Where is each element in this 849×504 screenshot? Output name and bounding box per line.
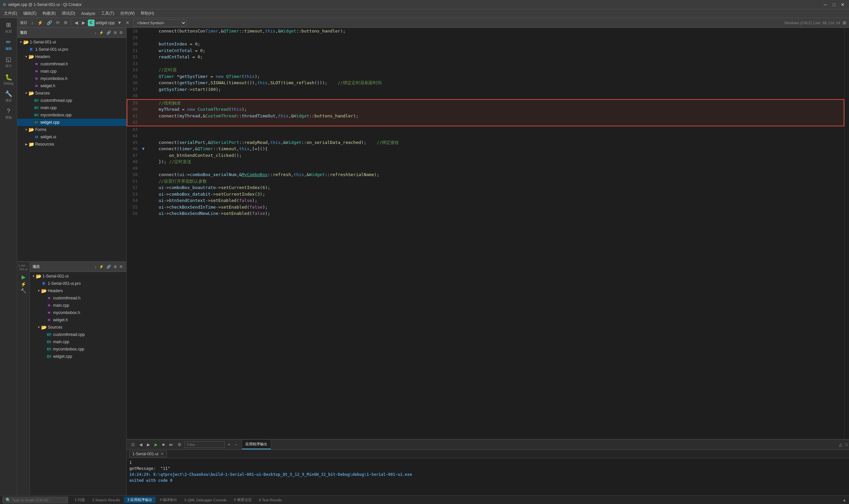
panel-expand-btn[interactable]: ⊞ — [113, 30, 118, 35]
menu-tools[interactable]: 工具(T) — [98, 10, 117, 17]
scroll-right-button[interactable]: ⊞ — [842, 20, 848, 26]
panel-settings-btn[interactable]: ⚙ — [119, 30, 124, 35]
bottom-panel-link-btn[interactable]: 🔗 — [106, 264, 112, 270]
tree-item-main_cpp[interactable]: C+main.cpp — [17, 104, 126, 111]
output-next-btn[interactable]: ▶ — [146, 442, 151, 448]
menu-analyze[interactable]: Analyze — [78, 11, 98, 17]
code-content-29 — [146, 35, 844, 41]
tree-item-pro1[interactable]: P1-Serial-001-ui.pro — [17, 46, 126, 53]
bottom-panel-sort-btn[interactable]: ↕ — [94, 264, 98, 270]
tree-item-widget_h[interactable]: Hwidget.h — [17, 82, 126, 90]
close-button[interactable]: ✕ — [839, 1, 846, 8]
filter-button[interactable]: ⚡ — [36, 20, 44, 26]
tree-item-headers2[interactable]: ▼📂Headers — [30, 287, 126, 294]
tree-item-main_cpp2[interactable]: C+main.cpp — [30, 338, 126, 345]
output-clear-btn[interactable]: ⊡ — [130, 442, 136, 448]
code-row-32: 32 readCntTotal = 0; — [127, 54, 844, 60]
code-row-36: 36 connect(getSysTimer,SIGNAL(timeout())… — [127, 79, 844, 86]
status-tab-qml[interactable]: 5 QML Debugger Console — [181, 497, 230, 503]
tree-item-customthread_h[interactable]: Hcustomthread.h — [17, 60, 126, 68]
status-expand-btn[interactable]: ▲ — [842, 498, 846, 502]
bottom-panel-filter-btn[interactable]: ⚡ — [98, 264, 105, 270]
tree-item-customthread_cpp2[interactable]: C+customthread.cpp — [30, 331, 126, 338]
fold-arrow-54 — [141, 197, 146, 204]
output-close-btn[interactable]: □ — [844, 442, 849, 448]
tree-item-widget_h2[interactable]: Hwidget.h — [30, 316, 126, 324]
nav-forward-button[interactable]: ▶ — [80, 20, 87, 26]
output-step-btn[interactable]: ⏭ — [168, 442, 175, 448]
panel-sort-btn[interactable]: ↕ — [94, 30, 98, 35]
status-tab-issues[interactable]: 1 问题 — [71, 497, 88, 503]
file-dropdown-button[interactable]: ▼ — [116, 20, 123, 26]
sidebar-item-project[interactable]: 🔧 项目 — [1, 88, 16, 105]
link-button[interactable]: 🔗 — [46, 20, 53, 26]
status-tab-overview[interactable]: 6 概要信息 — [231, 497, 255, 503]
tree-item-widget_cpp2[interactable]: C+widget.cpp — [30, 353, 126, 360]
run-button[interactable]: ▶ — [21, 274, 25, 280]
output-settings-btn[interactable]: ⚙ — [177, 442, 183, 448]
editor-scrollbar[interactable] — [844, 28, 849, 439]
bottom-panel-settings-btn[interactable]: ⚙ — [119, 264, 124, 270]
tree-item-mycombobox_cpp2[interactable]: C+mycombobox.cpp — [30, 345, 126, 353]
tree-item-headers[interactable]: ▼📂Headers — [17, 53, 126, 60]
file-close-button[interactable]: ✕ — [124, 20, 131, 26]
panel-filter-btn[interactable]: ⚡ — [98, 30, 105, 35]
output-plus-btn[interactable]: + — [227, 442, 232, 448]
nav-back-button[interactable]: ◀ — [73, 20, 79, 26]
tree-item-forms[interactable]: ▼📂Forms — [17, 126, 126, 133]
status-tab-test[interactable]: 8 Test Results — [256, 497, 285, 503]
menu-build[interactable]: 构建(B) — [40, 10, 58, 17]
output-run-btn[interactable]: ▶ — [153, 442, 159, 448]
code-lines[interactable]: 28 connect(buttonsConTimer,&QTimer::time… — [127, 28, 844, 439]
debug-run-button[interactable]: ⚡ — [21, 282, 26, 287]
tree-item-pro2[interactable]: P1-Serial-001-ui.pro — [30, 280, 126, 287]
tree-item-sources[interactable]: ▼📂Sources — [17, 90, 126, 97]
sync-button[interactable]: ⟳ — [55, 20, 61, 26]
tree-item-resources[interactable]: ▶📁Resources — [17, 141, 126, 148]
sidebar-item-design[interactable]: ◱ 设计 — [1, 54, 16, 70]
app-output-tab[interactable]: 应用程序输出 — [242, 440, 271, 449]
app-sub-tab-close[interactable]: ✕ — [161, 452, 164, 456]
menu-file[interactable]: 文件(E) — [1, 10, 20, 17]
tree-item-widget_cpp_top[interactable]: C+widget.cpp — [17, 119, 126, 126]
status-tab-appout[interactable]: 3 应用程序输出 — [124, 497, 156, 503]
minimize-button[interactable]: ─ — [822, 1, 829, 8]
tree-item-mycombobox_cpp[interactable]: C+mycombobox.cpp — [17, 111, 126, 119]
output-expand-btn[interactable]: △ — [838, 442, 843, 448]
symbol-select[interactable]: <Select Symbol> — [133, 19, 186, 26]
sidebar-item-welcome[interactable]: ⊞ 欢迎 — [1, 19, 16, 36]
bottom-panel-expand-btn[interactable]: ⊞ — [113, 264, 118, 270]
menu-controls[interactable]: 控件(W) — [118, 10, 137, 17]
tree-item-root1[interactable]: ▼📂1-Serial-001-ui — [17, 38, 126, 46]
app-sub-tab[interactable]: 1-Serial-001-ui ✕ — [129, 451, 167, 457]
tree-item-mycombobox_h[interactable]: Hmycombobox.h — [17, 75, 126, 82]
tree-item-mycombobox_h2[interactable]: Hmycombobox.h — [30, 309, 126, 316]
output-minus-btn[interactable]: − — [234, 442, 238, 448]
status-tab-compile[interactable]: 4 编译输出 — [156, 497, 180, 503]
tree-item-root2[interactable]: ▼📂1-Serial-001-ui — [30, 273, 126, 280]
locate-input[interactable] — [12, 498, 65, 502]
status-tab-search[interactable]: 2 Search Results — [89, 497, 123, 503]
tree-item-main_h[interactable]: Hmain.cpp — [17, 68, 126, 75]
sort-button[interactable]: ↕ — [30, 20, 35, 26]
code-editor[interactable]: 28 connect(buttonsConTimer,&QTimer::time… — [127, 28, 849, 439]
menu-help[interactable]: 帮助(H) — [138, 10, 157, 17]
app-sub-tab-label: 1-Serial-001-ui — [132, 452, 159, 456]
tree-item-sources2[interactable]: ▼📂Sources — [30, 324, 126, 331]
sidebar-item-debug[interactable]: 🐛 Debug — [1, 71, 16, 88]
menu-edit[interactable]: 编辑(E) — [21, 10, 39, 17]
menu-debug[interactable]: 调试(D) — [59, 10, 78, 17]
sidebar-item-help[interactable]: ? 帮助 — [1, 105, 16, 122]
tree-item-main_h2[interactable]: Hmain.cpp — [30, 302, 126, 309]
maximize-button[interactable]: □ — [830, 1, 838, 8]
sidebar-item-edit[interactable]: ✏ 编辑 — [1, 36, 16, 53]
tree-item-widget_ui[interactable]: UIwidget.ui — [17, 133, 126, 141]
output-filter-input[interactable] — [185, 441, 224, 448]
output-prev-btn[interactable]: ◀ — [138, 442, 144, 448]
output-stop-btn[interactable]: ■ — [161, 442, 166, 448]
tree-item-customthread_h2[interactable]: Hcustomthread.h — [30, 294, 126, 302]
tree-item-customthread_cpp[interactable]: C+customthread.cpp — [17, 97, 126, 104]
panel-link-btn[interactable]: 🔗 — [106, 30, 112, 35]
options-button[interactable]: ⚙ — [62, 20, 69, 26]
build-button[interactable]: 🔨 — [21, 288, 26, 293]
